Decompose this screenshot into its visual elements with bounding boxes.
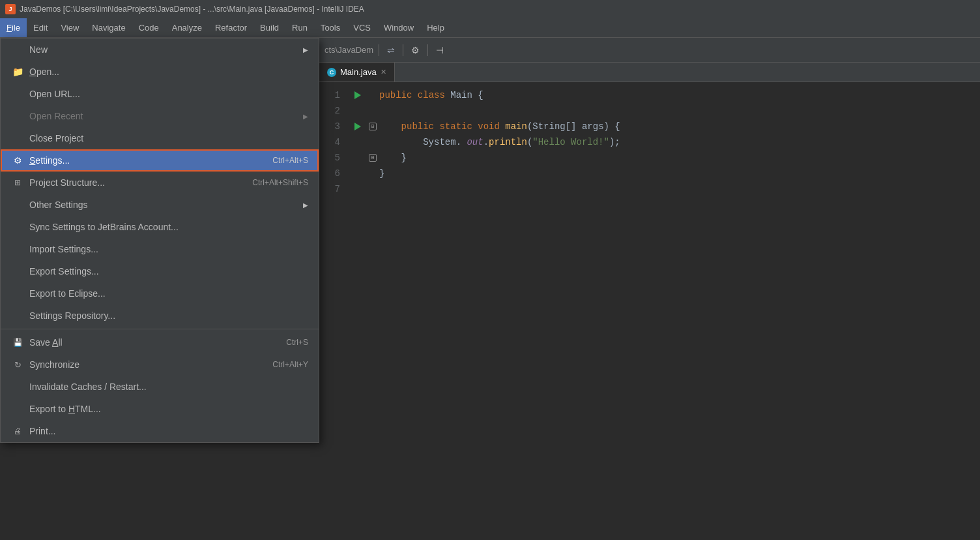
- save-all-shortcut: Ctrl+S: [286, 338, 308, 347]
- menu-item-export-eclipse[interactable]: Export to Eclipse...: [1, 282, 319, 305]
- menu-item-export-html[interactable]: Export to HTML...: [1, 398, 319, 420]
- tab-close-button[interactable]: ✕: [381, 68, 386, 76]
- run-btn-empty-6: [353, 169, 362, 178]
- folder-icon: 📁: [11, 65, 24, 78]
- menu-item-export-settings[interactable]: Export Settings...: [1, 260, 319, 282]
- code-line-6: }: [353, 166, 980, 181]
- project-structure-shortcut: Ctrl+Alt+Shift+S: [252, 178, 308, 187]
- window-title: JavaDemos [C:\Users\limi\IdeaProjects\Ja…: [20, 5, 364, 14]
- menu-item-settings-repo[interactable]: Settings Repository...: [1, 305, 319, 327]
- menu-tools[interactable]: Tools: [314, 18, 347, 37]
- menu-item-new[interactable]: New ▶: [1, 38, 319, 61]
- menu-item-export-html-label: Export to HTML...: [29, 404, 308, 414]
- menu-item-invalidate-caches[interactable]: Invalidate Caches / Restart...: [1, 376, 319, 398]
- export-settings-icon: [11, 265, 24, 278]
- settings-shortcut: Ctrl+Alt+S: [272, 156, 308, 165]
- settings-repo-icon: [11, 309, 24, 322]
- run-button-3[interactable]: [353, 122, 362, 131]
- file-dropdown-menu: New ▶ 📁 Open... Open URL... Open Recent …: [0, 38, 319, 443]
- tab-java-icon: C: [327, 68, 336, 77]
- menu-refactor[interactable]: Refactor: [209, 18, 253, 37]
- menu-item-close-project[interactable]: Close Project: [1, 127, 319, 149]
- project-structure-icon: ⊞: [11, 176, 24, 189]
- run-btn-empty-2: [353, 106, 362, 115]
- menu-item-export-settings-label: Export Settings...: [29, 266, 308, 277]
- menu-item-save-all[interactable]: 💾 Save All Ctrl+S: [1, 331, 319, 353]
- toolbar-separator-2: [403, 44, 403, 56]
- submenu-arrow-recent: ▶: [303, 113, 308, 120]
- menu-item-import-settings-label: Import Settings...: [29, 244, 308, 254]
- line-numbers: 1 2 3 4 5 6 7: [319, 87, 345, 535]
- editor-toolbar: cts\JavaDem ⇌ ⚙ ⊣: [319, 38, 980, 63]
- menu-window[interactable]: Window: [377, 18, 420, 37]
- submenu-arrow-other: ▶: [303, 202, 308, 209]
- sync-settings-icon: [11, 220, 24, 233]
- code-area[interactable]: 1 2 3 4 5 6 7 public class Main {: [319, 82, 980, 540]
- menu-item-synchronize-label: Synchronize: [29, 359, 272, 370]
- menu-item-project-structure-label: Project Structure...: [29, 177, 252, 188]
- code-line-3: ⊟ public static void main(String[] args)…: [353, 119, 980, 134]
- import-settings-icon: [11, 243, 24, 256]
- export-eclipse-icon: [11, 287, 24, 300]
- run-btn-empty-5: [353, 153, 362, 162]
- menu-item-settings-repo-label: Settings Repository...: [29, 310, 308, 321]
- run-button-1[interactable]: [353, 91, 362, 100]
- menu-item-sync-settings-label: Sync Settings to JetBrains Account...: [29, 222, 308, 232]
- code-line-4: System. out.println("Hello World!");: [353, 134, 980, 150]
- menu-item-settings-label: Settings...: [29, 155, 272, 166]
- menu-item-open[interactable]: 📁 Open...: [1, 61, 319, 83]
- menu-analyze[interactable]: Analyze: [166, 18, 209, 37]
- title-bar: J JavaDemos [C:\Users\limi\IdeaProjects\…: [0, 0, 980, 18]
- synchronize-icon: ↻: [11, 358, 24, 371]
- toolbar-icon-equalizer[interactable]: ⇌: [384, 44, 397, 57]
- code-line-7: [353, 181, 980, 197]
- code-line-2: [353, 103, 980, 119]
- toolbar-icon-gear[interactable]: ⚙: [409, 44, 422, 57]
- invalidate-caches-icon: [11, 380, 24, 393]
- settings-icon: ⚙: [11, 154, 24, 167]
- menu-item-project-structure[interactable]: ⊞ Project Structure... Ctrl+Alt+Shift+S: [1, 172, 319, 194]
- menu-item-open-recent[interactable]: Open Recent ▶: [1, 105, 319, 127]
- menu-item-print-label: Print...: [29, 426, 308, 436]
- menu-navigate[interactable]: Navigate: [85, 18, 132, 37]
- menu-item-import-settings[interactable]: Import Settings...: [1, 238, 319, 260]
- breadcrumb: cts\JavaDem: [324, 45, 373, 55]
- menu-view[interactable]: View: [54, 18, 85, 37]
- menu-item-other-settings[interactable]: Other Settings ▶: [1, 194, 319, 216]
- toolbar-separator-1: [379, 44, 379, 56]
- menu-item-open-recent-label: Open Recent: [29, 111, 298, 121]
- menu-file[interactable]: File: [0, 18, 27, 37]
- run-btn-empty-7: [353, 185, 362, 194]
- app-icon: J: [5, 4, 16, 14]
- other-settings-icon: [11, 198, 24, 211]
- open-recent-icon: [11, 110, 24, 123]
- tab-bar: C Main.java ✕: [319, 63, 980, 82]
- tab-label: Main.java: [340, 67, 377, 77]
- menu-code[interactable]: Code: [132, 18, 166, 37]
- menu-item-invalidate-caches-label: Invalidate Caches / Restart...: [29, 382, 308, 392]
- menu-item-other-settings-label: Other Settings: [29, 200, 298, 210]
- menu-item-synchronize[interactable]: ↻ Synchronize Ctrl+Alt+Y: [1, 353, 319, 376]
- menu-item-sync-settings[interactable]: Sync Settings to JetBrains Account...: [1, 216, 319, 238]
- menu-item-export-eclipse-label: Export to Eclipse...: [29, 288, 308, 299]
- tab-main-java[interactable]: C Main.java ✕: [319, 63, 395, 82]
- export-html-icon: [11, 402, 24, 415]
- menu-run[interactable]: Run: [285, 18, 314, 37]
- menu-item-open-label: Open...: [29, 67, 308, 77]
- close-project-icon: [11, 132, 24, 145]
- menu-item-settings[interactable]: ⚙ Settings... Ctrl+Alt+S: [1, 149, 319, 172]
- print-icon: 🖨: [11, 425, 24, 438]
- menu-help[interactable]: Help: [420, 18, 451, 37]
- code-line-1: public class Main {: [353, 87, 980, 103]
- menu-edit[interactable]: Edit: [27, 18, 54, 37]
- menu-vcs[interactable]: VCS: [347, 18, 377, 37]
- run-btn-empty-4: [353, 138, 362, 147]
- menu-build[interactable]: Build: [253, 18, 285, 37]
- menu-item-open-url[interactable]: Open URL...: [1, 83, 319, 105]
- menu-item-print[interactable]: 🖨 Print...: [1, 420, 319, 442]
- code-editor[interactable]: public class Main { ⊟ public: [345, 87, 980, 535]
- toolbar-icon-layout[interactable]: ⊣: [433, 44, 446, 57]
- new-icon: [11, 43, 24, 56]
- save-all-icon: 💾: [11, 336, 24, 349]
- separator-1: [1, 329, 319, 329]
